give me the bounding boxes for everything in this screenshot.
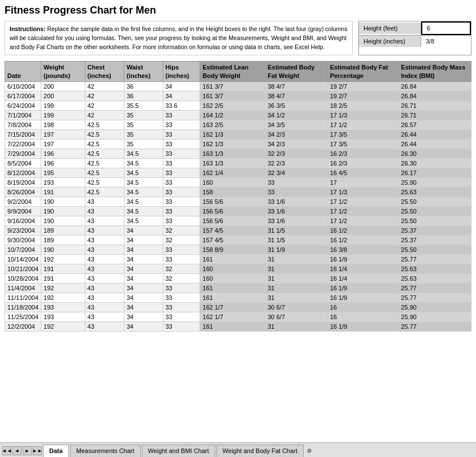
col-header-chest: Chest (inches)	[85, 62, 124, 82]
cell-chest: 42.5	[85, 149, 124, 158]
cell-chest: 43	[85, 283, 124, 293]
cell-waist: 36	[124, 91, 163, 101]
cell-hips: 32	[163, 235, 200, 245]
tab-nav-prev[interactable]: ◄	[12, 446, 21, 455]
cell-weight: 193	[41, 312, 85, 321]
cell-fat_pct: 17 1/3	[327, 110, 399, 120]
table-row: 6/24/20041994235.533.6162 2/536 3/518 2/…	[5, 101, 471, 110]
instructions-text: Replace the sample data in the first fiv…	[10, 25, 347, 50]
cell-hips: 33	[163, 168, 200, 177]
cell-date: 11/18/2004	[5, 302, 41, 312]
table-header-row: Date Weight (pounds) Chest (inches) Wais…	[5, 62, 471, 82]
col-header-date: Date	[5, 62, 41, 82]
cell-waist: 34	[124, 321, 163, 331]
cell-fat_pct: 16 2/3	[327, 149, 399, 158]
cell-bmi: 25.63	[399, 273, 471, 283]
cell-fat_pct: 16 2/3	[327, 158, 399, 168]
col-header-bmi: Estimated Body Mass Index (BMI)	[399, 62, 471, 82]
app-wrapper: Fitness Progress Chart for Men Instructi…	[0, 0, 476, 457]
cell-hips: 33	[163, 120, 200, 129]
cell-waist: 34	[124, 254, 163, 264]
cell-lean: 161 3/7	[200, 81, 265, 91]
cell-weight: 199	[41, 110, 85, 120]
tab-nav-last[interactable]: ►►	[33, 446, 42, 455]
main-content: Fitness Progress Chart for Men Instructi…	[0, 0, 476, 442]
cell-lean: 156 5/6	[200, 206, 265, 216]
cell-weight: 197	[41, 139, 85, 149]
cell-chest: 42.5	[85, 187, 124, 197]
cell-fat_pct: 17 1/2	[327, 120, 399, 129]
cell-waist: 34	[124, 273, 163, 283]
cell-hips: 33	[163, 187, 200, 197]
cell-date: 8/5/2004	[5, 158, 41, 168]
cell-chest: 43	[85, 302, 124, 312]
tab-nav-next[interactable]: ►	[23, 446, 32, 455]
table-row: 9/30/2004189433432157 4/531 1/516 1/225.…	[5, 235, 471, 245]
cell-date: 11/4/2004	[5, 283, 41, 293]
cell-fat_weight: 38 4/7	[265, 91, 327, 101]
cell-waist: 35	[124, 120, 163, 129]
cell-lean: 157 4/5	[200, 225, 265, 235]
cell-weight: 190	[41, 206, 85, 216]
table-row: 10/21/20041914334321603116 1/425.63	[5, 264, 471, 273]
cell-lean: 157 4/5	[200, 235, 265, 245]
table-row: 7/8/200419842.53533163 2/534 3/517 1/226…	[5, 120, 471, 129]
table-row: 9/9/20041904334.533156 5/633 1/617 1/225…	[5, 206, 471, 216]
col-header-fat-weight: Estimated Body Fat Weight	[265, 62, 327, 82]
cell-weight: 189	[41, 225, 85, 235]
cell-chest: 43	[85, 264, 124, 273]
cell-fat_weight: 31	[265, 283, 327, 293]
cell-date: 10/21/2004	[5, 264, 41, 273]
cell-waist: 34.5	[124, 158, 163, 168]
cell-fat_pct: 17 1/2	[327, 197, 399, 206]
cell-weight: 191	[41, 264, 85, 273]
table-row: 11/4/20041924334331613116 1/925.77	[5, 283, 471, 293]
cell-fat_weight: 31	[265, 273, 327, 283]
table-row: 7/22/200419742.53533162 1/334 2/317 3/52…	[5, 139, 471, 149]
cell-weight: 195	[41, 168, 85, 177]
cell-waist: 34.5	[124, 197, 163, 206]
table-row: 8/26/200419142.534.5331583317 1/325.63	[5, 187, 471, 197]
cell-lean: 163 1/3	[200, 158, 265, 168]
cell-lean: 161	[200, 283, 265, 293]
page-title: Fitness Progress Chart for Men	[5, 5, 471, 16]
tab-weight-bodyfat-chart[interactable]: Weight and Body Fat Chart	[217, 445, 304, 457]
cell-chest: 43	[85, 206, 124, 216]
cell-lean: 161	[200, 321, 265, 331]
cell-lean: 161	[200, 254, 265, 264]
cell-weight: 200	[41, 91, 85, 101]
cell-chest: 42.5	[85, 129, 124, 139]
tab-weight-bmi-chart[interactable]: Weight and BMI Chart	[142, 445, 215, 457]
cell-weight: 193	[41, 177, 85, 187]
cell-date: 9/30/2004	[5, 235, 41, 245]
cell-waist: 34.5	[124, 216, 163, 225]
cell-hips: 33	[163, 312, 200, 321]
cell-fat_pct: 16	[327, 312, 399, 321]
cell-bmi: 25.77	[399, 293, 471, 302]
cell-hips: 33	[163, 177, 200, 187]
cell-fat_pct: 19 2/7	[327, 91, 399, 101]
cell-hips: 33	[163, 283, 200, 293]
table-row: 9/2/20041904334.533156 5/633 1/617 1/225…	[5, 197, 471, 206]
cell-bmi: 25.50	[399, 245, 471, 254]
cell-bmi: 25.90	[399, 177, 471, 187]
cell-weight: 192	[41, 254, 85, 264]
tab-data[interactable]: Data	[43, 445, 69, 457]
cell-fat_pct: 16 1/2	[327, 235, 399, 245]
tab-measurements-chart[interactable]: Measurements Chart	[70, 445, 141, 457]
cell-waist: 34.5	[124, 177, 163, 187]
cell-fat_weight: 31	[265, 321, 327, 331]
cell-chest: 42.5	[85, 158, 124, 168]
cell-weight: 190	[41, 245, 85, 254]
cell-date: 8/12/2004	[5, 168, 41, 177]
cell-waist: 34.5	[124, 187, 163, 197]
tab-nav-first[interactable]: ◄◄	[2, 446, 11, 455]
cell-weight: 189	[41, 235, 85, 245]
cell-weight: 197	[41, 129, 85, 139]
col-header-fat-pct: Estimated Body Fat Percentage	[327, 62, 399, 82]
cell-chest: 43	[85, 216, 124, 225]
height-feet-value[interactable]: 6	[421, 21, 471, 35]
cell-chest: 43	[85, 245, 124, 254]
cell-date: 9/9/2004	[5, 206, 41, 216]
cell-hips: 32	[163, 264, 200, 273]
